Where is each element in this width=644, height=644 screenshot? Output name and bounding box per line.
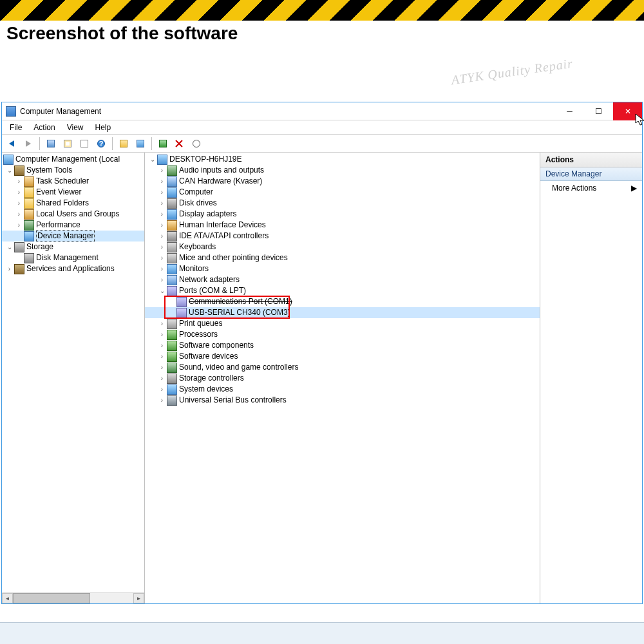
scroll-left-icon[interactable]: ◄ bbox=[2, 593, 13, 603]
console-tree[interactable]: Computer Management (Local ⌄ System Tool… bbox=[2, 153, 144, 592]
expand-icon[interactable]: › bbox=[157, 209, 167, 220]
dev-display[interactable]: ›Display adapters bbox=[145, 209, 540, 220]
expand-icon[interactable]: › bbox=[157, 351, 167, 362]
expand-icon[interactable]: › bbox=[157, 252, 167, 263]
minimize-button[interactable]: ─ bbox=[555, 102, 584, 120]
dev-com1[interactable]: Communications Port (COM1) bbox=[145, 296, 540, 307]
scroll-right-icon[interactable]: ► bbox=[133, 593, 144, 603]
maximize-button[interactable]: ☐ bbox=[584, 102, 613, 120]
menu-view[interactable]: View bbox=[62, 122, 89, 133]
dev-disk[interactable]: ›Disk drives bbox=[145, 198, 540, 209]
system-devices-icon bbox=[167, 384, 177, 395]
menu-file[interactable]: File bbox=[5, 122, 27, 133]
window-title: Computer Management bbox=[20, 107, 555, 116]
dev-monitors[interactable]: ›Monitors bbox=[145, 263, 540, 274]
tree-local-users[interactable]: ›Local Users and Groups bbox=[2, 209, 144, 220]
dev-swdev[interactable]: ›Software devices bbox=[145, 351, 540, 362]
collapse-icon[interactable]: ⌄ bbox=[157, 285, 167, 296]
expand-icon[interactable]: › bbox=[157, 329, 167, 340]
disk-icon bbox=[167, 198, 177, 209]
more-actions-item[interactable]: More Actions ▶ bbox=[540, 181, 642, 195]
dev-storage-ctrl[interactable]: ›Storage controllers bbox=[145, 373, 540, 384]
dev-network[interactable]: ›Network adapters bbox=[145, 274, 540, 285]
dev-ide[interactable]: ›IDE ATA/ATAPI controllers bbox=[145, 231, 540, 242]
dev-audio[interactable]: ›Audio inputs and outputs bbox=[145, 165, 540, 176]
tree-performance[interactable]: ›Performance bbox=[2, 220, 144, 231]
dev-sound[interactable]: ›Sound, video and game controllers bbox=[145, 362, 540, 373]
left-pane-scrollbar[interactable]: ◄ ► bbox=[2, 592, 144, 603]
properties-button[interactable] bbox=[61, 137, 75, 151]
event-viewer-icon bbox=[24, 187, 34, 198]
dev-print[interactable]: ›Print queues bbox=[145, 318, 540, 329]
dev-cpu[interactable]: ›Processors bbox=[145, 329, 540, 340]
export-list-button[interactable] bbox=[77, 137, 91, 151]
expand-icon[interactable]: › bbox=[157, 263, 167, 274]
expand-icon[interactable]: › bbox=[14, 198, 24, 209]
expand-icon[interactable]: › bbox=[14, 187, 24, 198]
dev-can[interactable]: ›CAN Hardware (Kvaser) bbox=[145, 176, 540, 187]
scroll-track[interactable] bbox=[13, 593, 133, 603]
expand-icon[interactable]: › bbox=[157, 274, 167, 285]
menu-action[interactable]: Action bbox=[28, 122, 60, 133]
tree-system-tools[interactable]: ⌄ System Tools bbox=[2, 165, 144, 176]
expand-icon[interactable]: › bbox=[157, 176, 167, 187]
expand-icon[interactable]: › bbox=[157, 187, 167, 198]
separator bbox=[112, 137, 113, 150]
uninstall-button[interactable] bbox=[173, 137, 187, 151]
close-button[interactable]: ✕ bbox=[613, 102, 642, 120]
expand-icon[interactable]: › bbox=[157, 165, 167, 176]
dev-keyboard[interactable]: ›Keyboards bbox=[145, 242, 540, 252]
show-hide-tree-button[interactable] bbox=[44, 137, 58, 151]
scan-hardware-button[interactable] bbox=[117, 137, 131, 151]
expand-icon[interactable]: › bbox=[157, 362, 167, 373]
expand-icon[interactable]: › bbox=[157, 395, 167, 406]
expand-icon[interactable]: › bbox=[157, 384, 167, 395]
expand-icon[interactable]: › bbox=[14, 176, 24, 187]
device-tree[interactable]: ⌄DESKTOP-H6HJ19E ›Audio inputs and outpu… bbox=[145, 153, 540, 407]
dev-mice[interactable]: ›Mice and other pointing devices bbox=[145, 252, 540, 263]
tree-services[interactable]: ›Services and Applications bbox=[2, 263, 144, 274]
collapse-icon[interactable]: ⌄ bbox=[5, 242, 14, 252]
expand-icon[interactable]: › bbox=[157, 318, 167, 329]
dev-system[interactable]: ›System devices bbox=[145, 384, 540, 395]
view-devices-button[interactable] bbox=[133, 137, 147, 151]
tree-storage[interactable]: ⌄Storage bbox=[2, 242, 144, 252]
tree-event-viewer[interactable]: ›Event Viewer bbox=[2, 187, 144, 198]
expand-icon[interactable]: › bbox=[14, 220, 24, 231]
tree-disk-management[interactable]: Disk Management bbox=[2, 252, 144, 263]
collapse-icon[interactable]: ⌄ bbox=[147, 154, 157, 165]
menu-help[interactable]: Help bbox=[90, 122, 117, 133]
dev-computer[interactable]: ›Computer bbox=[145, 187, 540, 198]
expand-icon[interactable]: › bbox=[157, 340, 167, 351]
tree-device-manager[interactable]: Device Manager bbox=[2, 231, 144, 242]
expand-icon[interactable]: › bbox=[157, 220, 167, 231]
dev-hid[interactable]: ›Human Interface Devices bbox=[145, 220, 540, 231]
enable-device-button[interactable] bbox=[156, 137, 170, 151]
forward-button[interactable] bbox=[21, 137, 35, 151]
dev-usb[interactable]: ›Universal Serial Bus controllers bbox=[145, 395, 540, 406]
expand-icon[interactable]: › bbox=[157, 231, 167, 242]
expand-icon[interactable]: › bbox=[157, 373, 167, 384]
collapse-icon[interactable]: ⌄ bbox=[5, 165, 14, 176]
tree-task-scheduler[interactable]: ›Task Scheduler bbox=[2, 176, 144, 187]
keyboard-icon bbox=[167, 242, 177, 252]
expand-icon[interactable]: › bbox=[157, 242, 167, 252]
dev-ch340[interactable]: USB-SERIAL CH340 (COM3) bbox=[145, 307, 540, 318]
expand-icon[interactable]: › bbox=[157, 198, 167, 209]
titlebar[interactable]: Computer Management ─ ☐ ✕ bbox=[2, 102, 642, 120]
device-tree-pane: ⌄DESKTOP-H6HJ19E ›Audio inputs and outpu… bbox=[145, 153, 540, 603]
actions-subheader[interactable]: Device Manager bbox=[540, 167, 642, 181]
device-root[interactable]: ⌄DESKTOP-H6HJ19E bbox=[145, 154, 540, 165]
tree-root[interactable]: Computer Management (Local bbox=[2, 154, 144, 165]
update-driver-button[interactable] bbox=[189, 137, 204, 151]
dev-swcomp[interactable]: ›Software components bbox=[145, 340, 540, 351]
expand-icon[interactable]: › bbox=[5, 263, 14, 274]
help-button[interactable]: ? bbox=[94, 137, 108, 151]
back-button[interactable] bbox=[5, 137, 19, 151]
expand-icon[interactable]: › bbox=[14, 209, 24, 220]
scroll-thumb[interactable] bbox=[13, 593, 90, 603]
performance-icon bbox=[24, 220, 34, 231]
tree-shared-folders[interactable]: ›Shared Folders bbox=[2, 198, 144, 209]
dev-ports[interactable]: ⌄Ports (COM & LPT) bbox=[145, 285, 540, 296]
display-icon bbox=[167, 209, 177, 220]
